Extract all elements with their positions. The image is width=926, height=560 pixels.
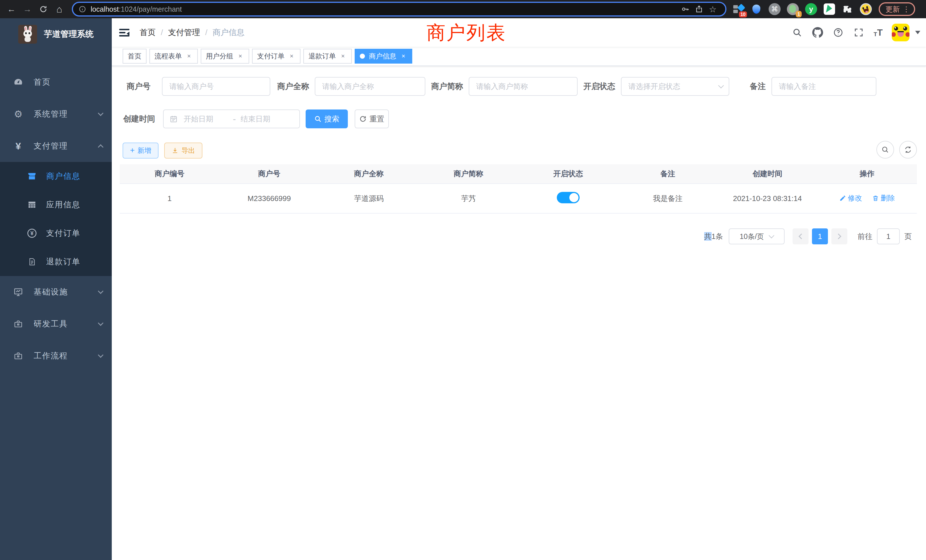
tabs-stack-icon — [733, 5, 738, 14]
close-icon[interactable]: × — [288, 53, 295, 60]
sidebar-item-infra[interactable]: 基础设施 — [0, 276, 112, 308]
refresh-table-button[interactable] — [899, 141, 917, 159]
browser-update-button[interactable]: 更新 ⋮ — [879, 2, 915, 16]
merchant-no-input[interactable] — [162, 77, 270, 96]
sidebar-item-app-info[interactable]: 应用信息 — [0, 191, 112, 219]
table-row: 1 M233666999 芋道源码 芋艿 我是备注 2021-10-23 08:… — [120, 184, 917, 213]
close-icon[interactable]: × — [400, 53, 407, 60]
breadcrumb-payment[interactable]: 支付管理 — [156, 27, 200, 38]
create-time-range-picker[interactable]: 开始日期 - 结束日期 — [163, 109, 300, 128]
close-icon[interactable]: × — [339, 53, 346, 60]
sidebar-item-workflow[interactable]: 工作流程 — [0, 340, 112, 372]
filter-row-1: 商户号 商户全称 商户简称 开启状态 请选择开启状态 备注 — [120, 77, 917, 96]
add-button[interactable]: + 新增 — [123, 142, 159, 159]
profile-avatar-button[interactable] — [860, 3, 872, 15]
sidebar-item-home[interactable]: 首页 — [0, 66, 112, 98]
cell-actions: 修改 删除 — [817, 184, 917, 213]
page-unit-label: 页 — [904, 232, 912, 242]
chevron-down-icon — [98, 288, 103, 294]
short-name-input[interactable] — [469, 77, 578, 96]
grid-icon — [27, 200, 37, 210]
extension-tabs-button[interactable]: 10 — [732, 3, 744, 15]
reset-button[interactable]: 重置 — [355, 109, 389, 128]
sidebar-item-devtools[interactable]: 研发工具 — [0, 308, 112, 340]
sidebar-item-merchant-info[interactable]: 商户信息 — [0, 162, 112, 191]
app-logo[interactable]: 芋道管理系统 — [0, 18, 112, 50]
col-full-name: 商户全称 — [319, 164, 419, 184]
page-size-select[interactable]: 10条/页 — [729, 229, 785, 244]
github-link[interactable] — [812, 27, 823, 38]
browser-menu-icon[interactable]: ⋮ — [903, 5, 910, 14]
payment-submenu: 商户信息 应用信息 ¥ 支付订单 — [0, 162, 112, 276]
start-date-input[interactable]: 开始日期 — [184, 114, 228, 124]
extension-strip: 10 ⌘ 1 y — [732, 3, 872, 15]
browser-home-button[interactable]: ⌂ — [51, 2, 67, 17]
breadcrumb-home[interactable]: 首页 — [140, 27, 156, 38]
show-search-toggle-button[interactable] — [876, 141, 894, 159]
tab-merchant-info[interactable]: 商户信息 × — [355, 49, 412, 64]
sidebar-item-refund-order[interactable]: 退款订单 — [0, 248, 112, 276]
end-date-input[interactable]: 结束日期 — [241, 114, 285, 124]
page-1-button[interactable]: 1 — [812, 229, 828, 244]
goto-page-input[interactable] — [877, 229, 900, 244]
toolbox-icon — [13, 319, 23, 329]
sidebar-item-payment[interactable]: ¥ 支付管理 — [0, 130, 112, 162]
full-name-input[interactable] — [315, 77, 425, 96]
emoji-avatar-icon — [860, 3, 872, 15]
reload-icon — [39, 5, 47, 13]
breadcrumb-merchant-info: 商户信息 — [200, 27, 245, 38]
extension-command-button[interactable]: ⌘ — [769, 3, 781, 15]
extension-y-button[interactable]: y — [805, 3, 817, 15]
extension-notify-button[interactable]: 1 — [787, 3, 799, 15]
password-key-button[interactable] — [679, 2, 692, 16]
update-label: 更新 — [885, 5, 900, 14]
remark-input[interactable] — [772, 77, 876, 96]
chevron-down-icon — [769, 233, 774, 238]
next-page-button[interactable] — [831, 229, 847, 244]
dashboard-icon — [13, 77, 23, 87]
table-toolbar: + 新增 导出 — [120, 142, 917, 159]
edit-button[interactable]: 修改 — [839, 193, 862, 203]
close-icon[interactable]: × — [185, 53, 193, 60]
browser-reload-button[interactable] — [35, 2, 51, 17]
status-toggle[interactable] — [557, 192, 580, 203]
export-button[interactable]: 导出 — [164, 142, 203, 159]
prev-page-button[interactable] — [793, 229, 808, 244]
edit-pencil-icon — [839, 195, 846, 201]
header-search-button[interactable] — [791, 27, 803, 38]
user-avatar[interactable] — [892, 24, 909, 41]
status-select[interactable]: 请选择开启状态 — [621, 77, 729, 96]
extension-kazam-button[interactable] — [750, 3, 763, 15]
extensions-menu-button[interactable] — [841, 3, 853, 15]
close-icon[interactable]: × — [237, 53, 244, 60]
address-bar[interactable]: localhost:1024/pay/merchant ☆ — [72, 2, 726, 17]
delete-button[interactable]: 删除 — [872, 193, 895, 203]
tab-user-group[interactable]: 用户分组 × — [201, 49, 249, 64]
tab-home[interactable]: 首页 — [123, 49, 147, 64]
chevron-down-icon — [718, 83, 724, 88]
share-button[interactable] — [692, 2, 706, 16]
fullscreen-button[interactable] — [853, 27, 864, 38]
extension-badge: 10 — [739, 11, 747, 17]
tab-refund-order[interactable]: 退款订单 × — [303, 49, 352, 64]
col-short-name: 商户简称 — [419, 164, 519, 184]
search-button[interactable]: 搜索 — [306, 109, 348, 128]
sidebar-collapse-button[interactable] — [119, 27, 132, 38]
tab-process-form[interactable]: 流程表单 × — [150, 49, 198, 64]
cell-full-name: 芋道源码 — [319, 184, 419, 213]
browser-forward-button[interactable]: → — [20, 2, 35, 17]
total-count: 共1条 — [704, 232, 723, 242]
tab-pay-order[interactable]: 支付订单 × — [252, 49, 301, 64]
help-button[interactable] — [832, 27, 844, 38]
bookmark-button[interactable]: ☆ — [706, 2, 720, 16]
url-text[interactable]: localhost:1024/pay/merchant — [91, 5, 679, 14]
question-circle-icon — [833, 27, 843, 38]
col-create-time: 创建时间 — [717, 164, 817, 184]
font-size-button[interactable]: TT — [873, 28, 883, 37]
sidebar-item-pay-order[interactable]: ¥ 支付订单 — [0, 219, 112, 248]
site-info-icon[interactable] — [79, 5, 86, 13]
browser-back-button[interactable]: ← — [3, 2, 20, 17]
extension-chat-button[interactable] — [823, 3, 835, 15]
avatar-dropdown-caret[interactable] — [915, 31, 920, 34]
sidebar-item-system[interactable]: ⚙ 系统管理 — [0, 98, 112, 130]
